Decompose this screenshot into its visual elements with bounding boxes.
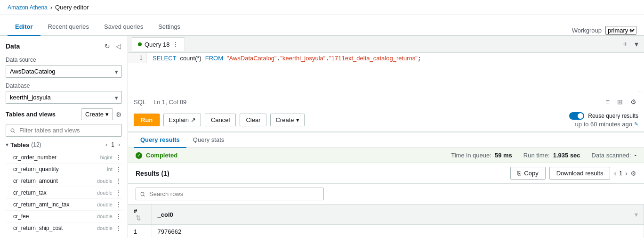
results-tabs: Query results Query stats (128, 132, 644, 148)
workgroup-label: Workgroup (572, 27, 602, 34)
tables-count: (12) (31, 141, 41, 148)
table-name-5[interactable]: cr_fee (13, 213, 97, 220)
query-tab-label: Query 18 (145, 41, 169, 48)
tab-saved-queries[interactable]: Saved queries (97, 18, 151, 36)
table-name-6[interactable]: cr_return_ship_cost (13, 225, 97, 231)
query-tab-bar: Query 18 ⋮ ＋ ▾ (128, 36, 644, 53)
pagination-settings-icon[interactable]: ⚙ (630, 170, 636, 177)
format-icon[interactable]: ≡ (604, 97, 612, 107)
tab-query-stats[interactable]: Query stats (186, 132, 231, 148)
code-content-1: SELECT count(*) FROM "AwsDataCatalog"."k… (147, 53, 644, 64)
page-number: 1 (619, 170, 622, 177)
table-item: cr_return_amt_inc_tax double ⋮ (6, 199, 122, 211)
add-query-tab-button[interactable]: ＋ (620, 37, 631, 51)
table-menu-5[interactable]: ⋮ (115, 213, 122, 220)
chevron-down-icon: ▾ (105, 111, 109, 118)
workgroup-select[interactable]: primary (605, 26, 636, 35)
editor-resize-handle[interactable]: ⋯ (128, 88, 644, 95)
sort-arrows-num[interactable]: ⇅ (136, 214, 141, 222)
create-table-button[interactable]: Create ▾ (81, 108, 113, 120)
reuse-query-area: Reuse query results up to 60 minutes ago… (569, 112, 638, 128)
run-button[interactable]: Run (134, 114, 160, 126)
next-page-button[interactable]: › (625, 170, 628, 177)
reuse-query-toggle[interactable] (569, 112, 584, 120)
reuse-toggle-row: Reuse query results (569, 112, 638, 120)
pagination-area: ‹ 1 › ⚙ (614, 170, 636, 177)
prev-page-button[interactable]: ‹ (614, 170, 616, 177)
table-type-5: double (97, 213, 113, 219)
query-status-dot (138, 42, 142, 46)
table-menu-1[interactable]: ⋮ (115, 165, 122, 173)
clear-button[interactable]: Clear (240, 114, 266, 126)
top-nav: Amazon Athena › Query editor (0, 0, 644, 15)
tables-pagination: ‹ 1 › (104, 140, 122, 149)
table-type-2: double (97, 178, 113, 184)
explain-button[interactable]: Explain ↗ (163, 114, 201, 126)
table-name-2[interactable]: cr_return_amount (13, 178, 97, 184)
reuse-edit-icon[interactable]: ✎ (634, 121, 638, 127)
code-editor[interactable]: 1 SELECT count(*) FROM "AwsDataCatalog".… (128, 53, 644, 95)
results-area: Query results Query stats ✓ Completed Ti… (128, 132, 644, 238)
cancel-button[interactable]: Cancel (205, 114, 236, 126)
table-item: cr_return_quantity int ⋮ (6, 164, 122, 175)
table-view-icon[interactable]: ⊞ (615, 97, 625, 107)
completed-stats: Time in queue: 59 ms Run time: 1.935 sec… (451, 152, 636, 159)
table-row: 1 7976662 (128, 225, 644, 238)
search-rows-input[interactable] (136, 188, 324, 200)
query-tab-menu[interactable]: ⋮ (172, 41, 179, 48)
datasource-select[interactable]: AwsDataCatalog (6, 65, 122, 78)
table-name-0[interactable]: cr_order_number (13, 154, 100, 161)
reuse-sub-text: up to 60 minutes ago (575, 121, 632, 128)
tables-settings-icon[interactable]: ⚙ (116, 111, 122, 118)
create-button[interactable]: Create ▾ (270, 114, 304, 126)
collapse-icon[interactable]: ◁ (115, 41, 122, 51)
sidebar-icons: ↻ ◁ (104, 41, 122, 51)
col-label-col0: _col0 (158, 211, 173, 218)
table-type-3: double (97, 190, 113, 196)
table-menu-6[interactable]: ⋮ (115, 224, 122, 232)
col-menu-col0[interactable]: ▾ (635, 211, 638, 218)
table-name-3[interactable]: cr_return_tax (13, 189, 97, 196)
table-menu-4[interactable]: ⋮ (115, 201, 122, 208)
refresh-icon[interactable]: ↻ (104, 41, 111, 51)
query-tabs-overflow-button[interactable]: ▾ (633, 37, 640, 51)
tables-collapse-arrow[interactable]: ▾ (6, 141, 8, 148)
table-name-4[interactable]: cr_return_amt_inc_tax (13, 201, 97, 208)
table-header-row: # ⇅ _col0 ▾ (128, 205, 644, 225)
tab-recent-queries[interactable]: Recent queries (40, 18, 97, 36)
sidebar: Data ↻ ◁ Data source AwsDataCatalog Data… (0, 36, 128, 238)
completed-icon: ✓ (136, 152, 142, 159)
table-menu-2[interactable]: ⋮ (115, 177, 122, 185)
editor-footer: SQL Ln 1, Col 89 ≡ ⊞ ⚙ (128, 95, 644, 108)
copy-button[interactable]: ⎘ Copy (510, 167, 545, 180)
table-type-1: int (107, 166, 113, 172)
chevron-down-icon: ▾ (296, 116, 299, 123)
tab-editor[interactable]: Editor (8, 18, 40, 36)
tables-next-page[interactable]: › (116, 140, 122, 149)
datasource-label: Data source (6, 57, 122, 63)
download-results-button[interactable]: Download results (549, 167, 611, 180)
query-tab-18[interactable]: Query 18 ⋮ (132, 37, 185, 51)
editor-meta: SQL Ln 1, Col 89 (134, 98, 186, 106)
reuse-label: Reuse query results (588, 113, 638, 119)
results-table: # ⇅ _col0 ▾ 1 7976662 (128, 205, 644, 238)
table-menu-0[interactable]: ⋮ (115, 154, 122, 161)
filter-tables-input[interactable] (6, 124, 122, 137)
table-menu-3[interactable]: ⋮ (115, 189, 122, 197)
editor-settings-icon[interactable]: ⚙ (628, 97, 638, 107)
sql-label: SQL (134, 98, 146, 106)
create-label: Create (85, 111, 104, 118)
tables-prev-page[interactable]: ‹ (104, 140, 109, 149)
tab-query-results[interactable]: Query results (134, 132, 186, 148)
cursor-position: Ln 1, Col 89 (153, 98, 186, 106)
table-name-1[interactable]: cr_return_quantity (13, 166, 107, 172)
editor-icons: ≡ ⊞ ⚙ (604, 97, 638, 107)
cell-col0-0: 7976662 (152, 225, 644, 238)
create-label: Create (275, 116, 294, 123)
copy-label: Copy (524, 170, 538, 177)
brand-link[interactable]: Amazon Athena (8, 4, 48, 11)
nav-separator: › (50, 4, 52, 11)
database-select[interactable]: keerthi_josyula (6, 91, 122, 104)
reuse-sub: up to 60 minutes ago ✎ (569, 121, 638, 128)
tab-settings[interactable]: Settings (151, 18, 188, 36)
